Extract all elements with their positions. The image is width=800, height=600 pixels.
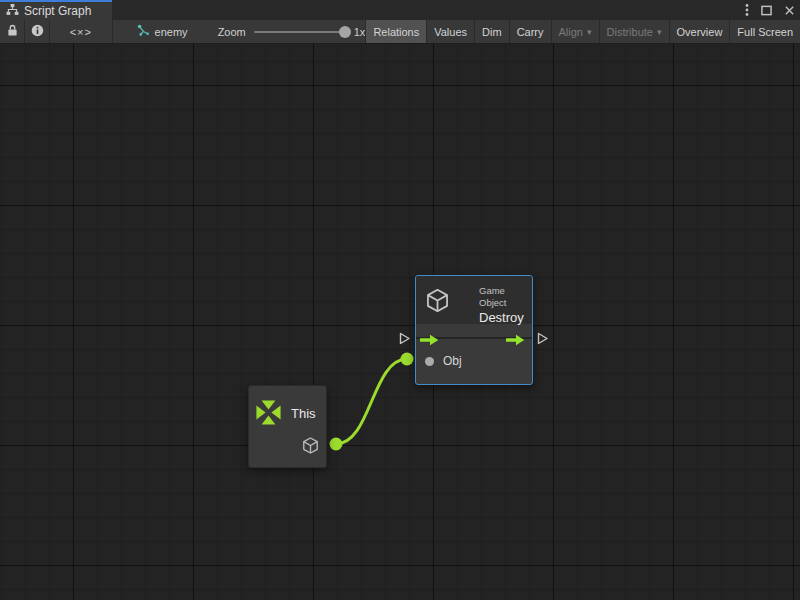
fullscreen-button[interactable]: Full Screen bbox=[729, 20, 800, 43]
port-label: Obj bbox=[443, 354, 462, 368]
maximize-icon[interactable] bbox=[761, 0, 772, 20]
node-destroy[interactable]: Game Object Destroy Obj bbox=[415, 275, 533, 385]
game-object-cube-icon bbox=[424, 287, 451, 318]
window-controls bbox=[745, 0, 795, 20]
tab-title: Script Graph bbox=[24, 4, 91, 18]
lock-button[interactable] bbox=[0, 20, 25, 43]
node-destroy-header[interactable]: Game Object Destroy bbox=[416, 276, 532, 324]
chevron-down-icon: ▾ bbox=[657, 27, 662, 37]
graph-toolbar: <×> enemy Zoom 1x Relations Values Dim C… bbox=[0, 20, 800, 44]
window-menu-icon[interactable] bbox=[745, 0, 749, 20]
wire-end-dot bbox=[401, 353, 414, 366]
tab-strip: Script Graph bbox=[0, 0, 800, 20]
obj-input-port[interactable]: Obj bbox=[416, 350, 462, 372]
align-dropdown[interactable]: Align ▾ bbox=[551, 20, 599, 43]
graph-icon bbox=[137, 24, 150, 39]
distribute-dropdown[interactable]: Distribute ▾ bbox=[599, 20, 669, 43]
zoom-slider-handle[interactable] bbox=[339, 26, 351, 38]
graph-name: enemy bbox=[155, 26, 188, 38]
node-title: This bbox=[291, 406, 316, 421]
zoom-label: Zoom bbox=[218, 26, 246, 38]
flow-enter-arrow-icon bbox=[420, 332, 439, 350]
toolbar-toggles: Relations Values Dim Carry Align ▾ Distr… bbox=[365, 20, 800, 43]
flow-exit-arrow-icon bbox=[506, 332, 525, 350]
this-converge-icon bbox=[254, 398, 283, 431]
node-category: Game Object bbox=[479, 285, 532, 309]
node-title: Destroy bbox=[479, 309, 532, 326]
carry-button[interactable]: Carry bbox=[509, 20, 551, 43]
lock-icon bbox=[7, 24, 18, 39]
relations-button[interactable]: Relations bbox=[365, 20, 426, 43]
node-this[interactable]: This bbox=[248, 385, 327, 468]
chevron-down-icon: ▾ bbox=[587, 27, 592, 37]
zoom-level: 1x bbox=[354, 26, 366, 38]
values-button[interactable]: Values bbox=[426, 20, 474, 43]
close-icon[interactable] bbox=[784, 0, 795, 20]
zoom-control: Zoom 1x bbox=[218, 20, 366, 43]
graph-breadcrumb[interactable]: enemy bbox=[137, 20, 188, 43]
flow-output-port[interactable] bbox=[536, 331, 549, 344]
inspect-button[interactable] bbox=[25, 20, 50, 43]
zoom-slider[interactable] bbox=[254, 31, 346, 33]
flow-input-port[interactable] bbox=[398, 331, 411, 344]
edit-unit-button[interactable]: <×> bbox=[50, 20, 113, 43]
game-object-output-port[interactable] bbox=[301, 436, 320, 459]
overview-button[interactable]: Overview bbox=[669, 20, 730, 43]
tab-script-graph[interactable]: Script Graph bbox=[0, 0, 112, 20]
code-icon: <×> bbox=[70, 26, 92, 38]
connection-wire[interactable] bbox=[0, 44, 800, 600]
wire-start-dot bbox=[330, 438, 343, 451]
dim-button[interactable]: Dim bbox=[474, 20, 509, 43]
script-graph-icon bbox=[6, 3, 19, 19]
graph-canvas[interactable]: Game Object Destroy Obj bbox=[0, 44, 800, 600]
port-dot-icon[interactable] bbox=[425, 357, 434, 366]
info-icon bbox=[31, 24, 44, 39]
script-graph-window: Script Graph <×> bbox=[0, 0, 800, 600]
